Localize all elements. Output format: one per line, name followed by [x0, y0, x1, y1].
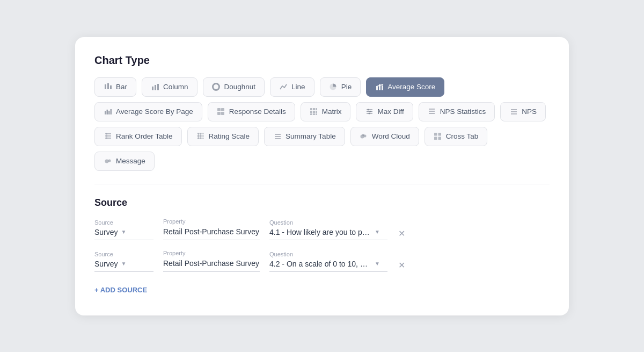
svg-rect-15 — [110, 109, 112, 114]
svg-rect-10 — [382, 85, 383, 90]
source-2-source-group: Source Survey ▼ — [94, 251, 153, 272]
chart-type-title: Chart Type — [94, 54, 550, 67]
source-2-question-select[interactable]: 4.2 - On a scale of 0 to 10, ho... ▼ — [269, 260, 387, 272]
svg-rect-5 — [157, 84, 159, 90]
source-1-property-value: Retail Post-Purchase Survey — [163, 227, 259, 236]
source-1-property-group: Property Retail Post-Purchase Survey — [163, 218, 260, 240]
svg-point-32 — [367, 109, 369, 111]
source-row-1: Source Survey ▼ Property Retail Post-Pur… — [94, 218, 550, 240]
svg-rect-20 — [310, 108, 312, 110]
source-1-property-input: Retail Post-Purchase Survey — [163, 227, 260, 240]
source-2-source-select[interactable]: Survey ▼ — [94, 260, 153, 272]
svg-point-60 — [105, 160, 108, 163]
nps-icon — [509, 107, 518, 116]
chart-btn-average-score[interactable]: Average Score — [366, 77, 444, 97]
source-1-source-select[interactable]: Survey ▼ — [94, 228, 153, 240]
source-2-question-group: Question 4.2 - On a scale of 0 to 10, ho… — [269, 251, 387, 272]
source-2-source-label: Source — [94, 251, 153, 257]
chart-btn-average-score-by-page[interactable]: Average Score By Page — [94, 102, 202, 121]
source-1-question-label: Question — [269, 219, 387, 226]
source-2-property-value: Retail Post-Purchase Survey — [163, 259, 259, 268]
svg-rect-1 — [107, 83, 109, 89]
svg-rect-24 — [313, 111, 315, 113]
message-icon — [104, 157, 112, 166]
add-source-button[interactable]: + ADD SOURCE — [94, 284, 147, 296]
chart-btn-matrix[interactable]: Matrix — [301, 102, 351, 121]
chart-type-grid: Bar Column Doughnut — [94, 77, 550, 171]
source-2-remove-button[interactable]: ✕ — [397, 261, 406, 270]
svg-rect-58 — [434, 137, 437, 140]
source-1-source-group: Source Survey ▼ — [94, 219, 153, 240]
line-icon — [279, 83, 288, 91]
average-score-icon — [375, 83, 384, 91]
rating-scale-icon — [196, 132, 205, 141]
svg-point-61 — [108, 160, 111, 162]
svg-rect-16 — [217, 108, 221, 111]
source-2-property-label: Property — [163, 250, 260, 256]
chart-btn-response-details[interactable]: Response Details — [208, 102, 295, 121]
svg-rect-2 — [110, 85, 112, 89]
bar-icon — [104, 83, 112, 91]
source-1-question-select[interactable]: 4.1 - How likely are you to pur... ▼ — [269, 228, 387, 240]
svg-point-55 — [362, 134, 364, 136]
response-details-icon — [217, 107, 225, 116]
svg-point-33 — [369, 111, 371, 112]
svg-rect-25 — [316, 111, 317, 113]
source-1-question-arrow: ▼ — [375, 229, 380, 235]
chart-btn-cross-tab[interactable]: Cross Tab — [425, 127, 488, 146]
svg-rect-56 — [434, 133, 437, 136]
svg-rect-23 — [310, 111, 312, 113]
source-1-source-label: Source — [94, 219, 153, 226]
svg-rect-18 — [217, 112, 221, 115]
source-title: Source — [94, 197, 550, 209]
source-1-remove-button[interactable]: ✕ — [397, 229, 406, 238]
source-1-property-label: Property — [163, 218, 260, 225]
chart-btn-word-cloud[interactable]: Word Cloud — [350, 127, 419, 146]
chart-btn-nps-statistics[interactable]: NPS Statistics — [419, 102, 495, 121]
source-2-question-value: 4.2 - On a scale of 0 to 10, ho... — [269, 260, 371, 268]
chart-btn-rating-scale[interactable]: Rating Scale — [187, 127, 259, 146]
section-divider — [94, 184, 550, 184]
svg-rect-17 — [221, 108, 224, 111]
chart-btn-max-diff[interactable]: Max Diff — [356, 102, 413, 121]
source-2-source-arrow: ▼ — [121, 261, 127, 267]
chart-btn-line[interactable]: Line — [270, 77, 314, 97]
svg-rect-26 — [310, 113, 312, 115]
source-1-source-arrow: ▼ — [121, 229, 127, 235]
source-1-question-value: 4.1 - How likely are you to pur... — [269, 228, 371, 236]
cross-tab-icon — [434, 132, 442, 141]
svg-point-34 — [368, 113, 370, 114]
source-1-question-group: Question 4.1 - How likely are you to pur… — [269, 219, 387, 240]
average-score-by-page-icon — [104, 107, 112, 116]
svg-rect-12 — [105, 111, 106, 114]
svg-rect-14 — [108, 111, 110, 114]
source-2-property-input: Retail Post-Purchase Survey — [163, 258, 260, 272]
svg-rect-0 — [105, 84, 106, 89]
chart-btn-summary-table[interactable]: Summary Table — [264, 127, 345, 146]
svg-rect-28 — [316, 113, 317, 115]
svg-rect-3 — [152, 87, 153, 90]
max-diff-icon — [365, 107, 374, 116]
chart-btn-bar[interactable]: Bar — [94, 77, 136, 97]
svg-rect-27 — [313, 113, 315, 115]
svg-point-6 — [213, 84, 219, 90]
word-cloud-icon — [360, 132, 368, 141]
svg-rect-13 — [106, 110, 108, 114]
chart-btn-doughnut[interactable]: Doughnut — [203, 77, 265, 97]
chart-btn-column[interactable]: Column — [142, 77, 197, 97]
source-1-source-value: Survey — [94, 228, 118, 236]
source-2-question-arrow: ▼ — [375, 261, 380, 267]
column-icon — [151, 83, 159, 91]
chart-type-card: Chart Type Bar Column — [75, 37, 569, 315]
svg-rect-57 — [438, 133, 442, 136]
chart-btn-message[interactable]: Message — [94, 152, 155, 171]
source-2-question-label: Question — [269, 251, 387, 257]
chart-btn-nps[interactable]: NPS — [500, 102, 546, 121]
source-row-2: Source Survey ▼ Property Retail Post-Pur… — [94, 250, 550, 272]
chart-btn-pie[interactable]: Pie — [320, 77, 361, 97]
svg-rect-59 — [438, 137, 442, 140]
svg-rect-21 — [313, 108, 315, 110]
pie-icon — [329, 83, 338, 91]
chart-btn-rank-order-table[interactable]: Rank Order Table — [94, 127, 182, 146]
svg-rect-4 — [155, 85, 156, 90]
